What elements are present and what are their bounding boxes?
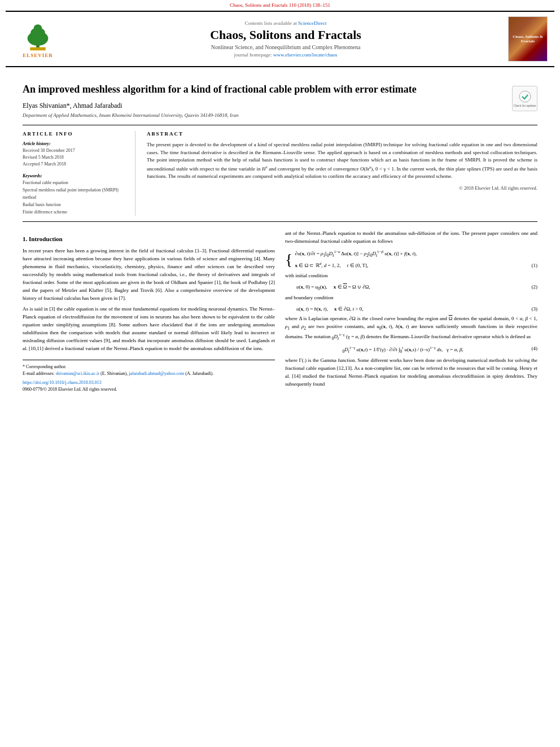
citation-text: Chaos, Solitons and Fractals 110 (2018) … — [230, 2, 330, 8]
svg-point-5 — [519, 91, 531, 102]
intro-para-1: In recent years there has been a growing… — [23, 247, 275, 303]
homepage-url[interactable]: www.elsevier.com/locate/chaos — [273, 52, 337, 58]
eq4-block: 0Dt1−γ u(x,t) = 1/Γ(γ) · ∂/∂t ∫0t u(x,s)… — [285, 345, 537, 355]
right-para-3: where Γ(.) is the Gamma function. Some d… — [285, 357, 537, 388]
sciencedirect-anchor[interactable]: ScienceDirect — [298, 20, 326, 26]
keyword-3: Radial basis function — [23, 202, 126, 209]
history-label: Article history: — [23, 141, 126, 146]
abstract-title: ABSTRACT — [147, 131, 537, 137]
revised-date: Revised 5 March 2018 — [23, 154, 126, 161]
accepted-date: Accepted 7 March 2018 — [23, 161, 126, 168]
received-date: Received 30 December 2017 — [23, 147, 126, 154]
right-para-1: ant of the Nernst–Planck equation to mod… — [285, 230, 537, 246]
body-left-col: 1. Introduction In recent years there ha… — [23, 230, 275, 393]
brace-icon: { — [285, 252, 292, 268]
eq3-block: u(x, t) = h(x, t), x ∈ ∂Ω, t > 0, (3) — [296, 305, 537, 313]
eq2-block: u(x, 0) = u0(x), x ∈ Ω = Ω ∪ ∂Ω, (2) — [296, 283, 537, 292]
paper-title: An improved meshless algorithm for a kin… — [23, 83, 537, 96]
keyword-4: Finite difference scheme — [23, 209, 126, 216]
check-badge-inner: Check for updates — [512, 86, 537, 111]
affiliation: Department of Applied Mathematics, Imam … — [23, 112, 537, 118]
main-content: Check for updates An improved meshless a… — [0, 67, 560, 404]
corresponding-footnote: * Corresponding author. — [23, 364, 275, 370]
keywords-list: Fractional cable equation Spectral meshl… — [23, 180, 126, 216]
keyword-1: Fractional cable equation — [23, 180, 126, 187]
eq1-system: { ∂u(x, t)/∂t = ρ1[0Dt1−α Δu(x, t)] − ρ2… — [285, 249, 537, 270]
sciencedirect-link: Contents lists available at ScienceDirec… — [69, 20, 502, 26]
eq1-content: ∂u(x, t)/∂t = ρ1[0Dt1−α Δu(x, t)] − ρ2[0… — [295, 249, 520, 270]
article-info-title: ARTICLE INFO — [23, 131, 126, 137]
eq1-line1: ∂u(x, t)/∂t = ρ1[0Dt1−α Δu(x, t)] − ρ2[0… — [295, 249, 520, 259]
right-para-2: where Δ is Laplacian operator, ∂Ω is the… — [285, 315, 537, 342]
journal-title-block: Contents lists available at ScienceDirec… — [63, 20, 508, 57]
check-badge: Check for updates — [512, 86, 537, 111]
eq2-number: (2) — [520, 283, 537, 292]
abstract-text: The present paper is devoted to the deve… — [147, 141, 537, 181]
abstract-col: ABSTRACT The present paper is devoted to… — [147, 131, 537, 216]
authors: Elyas Shivanian*, Ahmad Jafarabadi — [23, 102, 537, 110]
email1-link[interactable]: shivanian@sci.ikiu.ac.ir — [56, 371, 99, 376]
doi-section: https://doi.org/10.1016/j.chaos.2018.03.… — [23, 379, 275, 386]
footnote-section: * Corresponding author. E-mail addresses… — [23, 360, 275, 393]
eq4-content: 0Dt1−γ u(x,t) = 1/Γ(γ) · ∂/∂t ∫0t u(x,s)… — [285, 345, 520, 355]
body-content: 1. Introduction In recent years there ha… — [23, 230, 537, 393]
email-footnote: E-mail addresses: shivanian@sci.ikiu.ac.… — [23, 370, 275, 377]
boundary-cond-label: and boundary condition — [285, 294, 537, 302]
journal-subtitle: Nonlinear Science, and Nonequilibrium an… — [69, 44, 502, 50]
eq1-block: { ∂u(x, t)/∂t = ρ1[0Dt1−α Δu(x, t)] − ρ2… — [285, 249, 537, 270]
keyword-2: Spectral meshless radial point interpola… — [23, 187, 126, 202]
eq3-content: u(x, t) = h(x, t), x ∈ ∂Ω, t > 0, — [296, 305, 364, 313]
email2-link[interactable]: jafarabadi.ahmad@yahoo.com — [129, 371, 184, 376]
paper-title-section: Check for updates An improved meshless a… — [23, 83, 537, 96]
journal-name: Chaos, Solitons and Fractals — [69, 28, 502, 42]
doi-link[interactable]: https://doi.org/10.1016/j.chaos.2018.03.… — [23, 380, 102, 385]
eq1-number: (1) — [520, 262, 537, 270]
check-updates-icon — [519, 90, 531, 103]
article-citation: Chaos, Solitons and Fractals 110 (2018) … — [0, 0, 560, 11]
svg-rect-4 — [30, 47, 46, 50]
svg-point-3 — [34, 24, 42, 32]
copyright: © 2018 Elsevier Ltd. All rights reserved… — [147, 185, 537, 191]
journal-homepage: journal homepage: www.elsevier.com/locat… — [69, 52, 502, 58]
initial-cond-label: with initial condition — [285, 272, 537, 280]
intro-para-2: As is said in [3] the cable equation is … — [23, 305, 275, 353]
article-info: ARTICLE INFO Article history: Received 3… — [23, 131, 135, 216]
eq2-content: u(x, 0) = u0(x), x ∈ Ω = Ω ∪ ∂Ω, — [296, 283, 370, 292]
elsevier-label: ELSEVIER — [23, 53, 53, 58]
issn-text: 0960-0779/© 2018 Elsevier Ltd. All right… — [23, 386, 275, 393]
eq3-number: (3) — [520, 305, 537, 313]
elsevier-tree-icon — [18, 20, 58, 51]
article-info-abstract: ARTICLE INFO Article history: Received 3… — [23, 125, 537, 222]
elsevier-logo: ELSEVIER — [12, 20, 63, 58]
journal-cover: Chaos, Solitons & Fractals — [508, 16, 548, 62]
body-right-col: ant of the Nernst–Planck equation to mod… — [285, 230, 537, 393]
keywords-label: Keywords: — [23, 173, 126, 178]
eq1-line2: x ∈ Ω ⊂ ℝd, d = 1, 2, t ∈ (0, T], — [295, 261, 520, 270]
eq4-number: (4) — [520, 345, 537, 355]
section1-title: 1. Introduction — [23, 234, 275, 244]
journal-header: ELSEVIER Contents lists available at Sci… — [6, 11, 554, 67]
